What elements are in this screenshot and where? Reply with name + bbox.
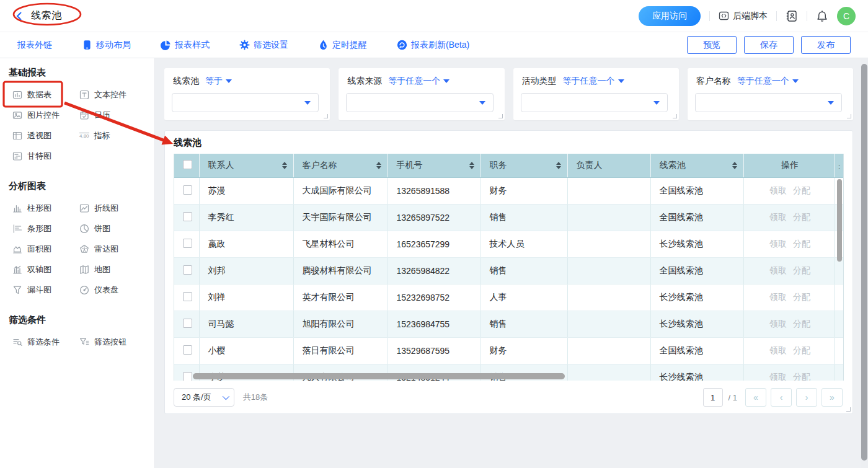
preview-button[interactable]: 预览 [687,36,737,54]
avatar[interactable]: C [837,7,856,25]
resize-handle[interactable] [846,407,851,412]
sort-icon[interactable] [556,162,561,169]
sidebar-item-column-chart[interactable]: 柱形图 [12,202,79,214]
sidebar-item-gantt[interactable]: 甘特图 [12,150,79,162]
filter-value-select[interactable] [172,93,319,112]
sidebar-item-bar-chart[interactable]: 条形图 [12,223,79,234]
assign-button[interactable]: 分配 [793,345,810,355]
filter-value-select[interactable] [521,93,668,112]
sidebar-item-line-chart[interactable]: 折线图 [79,202,146,214]
row-checkbox[interactable] [183,212,192,221]
assign-button[interactable]: 分配 [793,372,810,381]
row-checkbox[interactable] [183,345,192,355]
sidebar-item-indicator[interactable]: 4,80指标 [79,130,146,141]
assign-button[interactable]: 分配 [793,319,810,329]
contacts-icon[interactable] [786,10,798,22]
gear-icon [239,40,250,50]
sidebar-item-data-table[interactable]: 数据表 [12,89,79,100]
claim-button[interactable]: 领取 [769,292,787,302]
sort-icon[interactable] [732,162,737,169]
column-header-线索池[interactable]: 线索池 [650,154,743,177]
column-header-客户名称[interactable]: 客户名称 [293,154,388,177]
first-page-button[interactable]: « [745,388,766,407]
sidebar-item-calendar[interactable]: 日历 [79,109,146,121]
sidebar-item-pivot[interactable]: 透视图 [12,130,79,141]
column-header-联系人[interactable]: 联系人 [199,154,293,177]
app-access-button[interactable]: 应用访问 [639,6,701,26]
sidebar-item-text[interactable]: 文本控件 [79,89,146,100]
row-checkbox[interactable] [183,265,192,275]
toolbar-item-4[interactable]: 筛选设置 [239,40,288,51]
column-settings-cell[interactable]: : [834,154,844,177]
column-header-职务[interactable]: 职务 [480,154,567,177]
filter-condition-dropdown[interactable]: 等于任意一个 [737,76,799,87]
sidebar-item-area-chart[interactable]: 面积图 [12,243,79,255]
next-page-button[interactable]: › [796,388,817,407]
row-checkbox[interactable] [183,319,192,328]
toolbar-item-label: 移动布局 [96,40,131,51]
resize-handle[interactable] [673,114,677,118]
sidebar-item-gauge[interactable]: 仪表盘 [79,284,146,296]
resize-handle[interactable] [324,114,328,118]
row-checkbox[interactable] [183,185,192,195]
assign-button[interactable]: 分配 [793,185,810,195]
claim-button[interactable]: 领取 [769,239,787,249]
back-icon[interactable] [12,9,26,23]
filter-condition-dropdown[interactable]: 等于任意一个 [563,76,624,87]
table-row: 嬴政飞星材料公司16523657299技术人员长沙线索池领取分配 [174,231,844,257]
resize-handle[interactable] [498,114,503,118]
backend-script-button[interactable]: 后端脚本 [719,11,768,22]
sidebar-item-dual-axis-chart[interactable]: 双轴图 [12,263,79,275]
claim-button[interactable]: 领取 [769,185,787,195]
horizontal-scrollbar[interactable] [193,373,565,379]
page-size-select[interactable]: 20 条/页 [174,388,234,407]
sidebar-item-filter-button[interactable]: 筛选按钮 [79,336,146,348]
sidebar-item-radar-chart[interactable]: 雷达图 [79,243,146,255]
select-all-checkbox[interactable] [183,160,192,169]
data-table-widget[interactable]: 线索池 联系人客户名称手机号职务负责人线索池操作:苏漫大成国际有限公司13265… [164,130,853,414]
save-button[interactable]: 保存 [744,36,794,54]
filter-condition-dropdown[interactable]: 等于 [205,76,232,87]
cell-contact: 刘邦 [199,257,293,284]
toolbar-item-5[interactable]: 定时提醒 [318,40,367,51]
last-page-button[interactable]: » [822,388,843,407]
assign-button[interactable]: 分配 [793,292,810,302]
row-checkbox[interactable] [183,372,192,381]
claim-button[interactable]: 领取 [769,345,787,355]
assign-button[interactable]: 分配 [793,212,810,222]
claim-button[interactable]: 领取 [769,265,787,275]
filter-value-select[interactable] [346,93,493,112]
cell-pool: 长沙线索池 [650,311,743,337]
claim-button[interactable]: 领取 [769,212,787,222]
sort-icon[interactable] [376,162,381,169]
filter-condition-icon [12,337,22,347]
row-checkbox[interactable] [183,292,192,301]
assign-button[interactable]: 分配 [793,265,810,275]
page-scrollbar[interactable] [861,59,868,468]
sort-icon[interactable] [282,162,287,169]
sidebar-item-pie-chart[interactable]: 饼图 [79,223,146,234]
filter-condition-dropdown[interactable]: 等于任意一个 [388,76,450,87]
assign-button[interactable]: 分配 [793,239,810,249]
sidebar-item-filter-condition[interactable]: 筛选条件 [12,336,79,348]
row-checkbox[interactable] [183,239,192,248]
vertical-scrollbar[interactable] [837,179,842,262]
toolbar-item-2[interactable]: 移动布局 [82,40,131,51]
filter-value-select[interactable] [695,93,842,112]
prev-page-button[interactable]: ‹ [771,388,792,407]
resize-handle[interactable] [847,114,851,118]
claim-button[interactable]: 领取 [769,372,787,381]
toolbar-item-6[interactable]: 报表刷新(Beta) [397,40,469,51]
notification-bell-icon[interactable] [816,10,828,22]
toolbar-item-1[interactable]: 报表外链 [17,40,52,51]
claim-button[interactable]: 领取 [769,319,787,329]
sidebar-item-map[interactable]: 地图 [79,263,146,275]
filter-field-label: 线索池 [173,76,199,87]
sidebar-item-image[interactable]: 图片控件 [12,109,79,121]
sidebar-item-funnel-chart[interactable]: 漏斗图 [12,284,79,296]
sort-icon[interactable] [469,162,474,169]
publish-button[interactable]: 发布 [801,36,851,54]
toolbar-item-3[interactable]: 报表样式 [161,40,210,51]
column-header-手机号[interactable]: 手机号 [388,154,480,177]
page-input[interactable] [703,388,723,407]
